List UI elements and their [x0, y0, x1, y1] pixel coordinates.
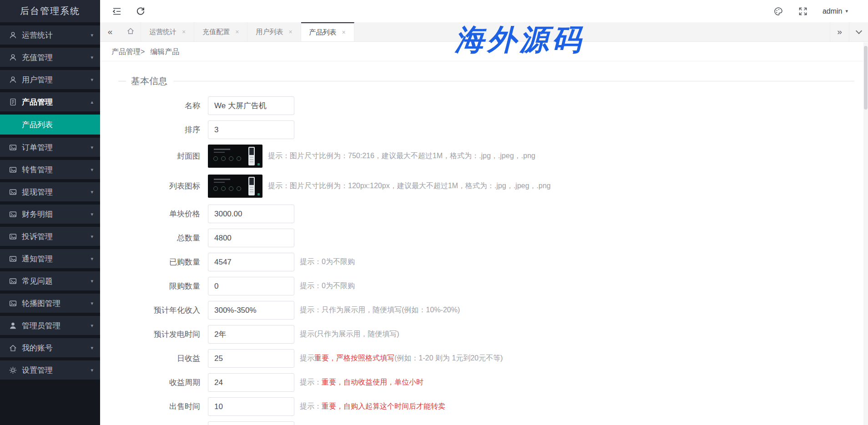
- sidebar-item-label: 提现管理: [22, 187, 91, 197]
- breadcrumb-parent[interactable]: 产品管理>: [111, 48, 145, 55]
- field-control: [208, 145, 262, 168]
- input-total-qty[interactable]: [208, 229, 294, 247]
- tabs-scroll-left-icon[interactable]: «: [100, 22, 120, 41]
- tab-recharge-config[interactable]: 充值配置 ×: [194, 22, 247, 41]
- tab-label: 运营统计: [149, 28, 177, 36]
- field-control: [208, 96, 294, 115]
- sidebar-item-operation-stats[interactable]: 运营统计 ▾: [0, 25, 100, 45]
- sidebar-item-label: 用户管理: [22, 75, 91, 85]
- scrollbar-thumb[interactable]: [864, 46, 868, 110]
- tab-home[interactable]: [120, 22, 141, 41]
- sidebar-item-label: 充值管理: [22, 52, 91, 63]
- field-label: 限购数量: [100, 281, 208, 291]
- chevron-icon: ▾: [91, 345, 93, 351]
- image-icon: [9, 143, 18, 152]
- chevron-icon: ▾: [91, 367, 93, 373]
- section-basic-info: 基本信息: [118, 75, 854, 87]
- close-icon[interactable]: ×: [288, 28, 292, 35]
- tab-product-list[interactable]: 产品列表 ×: [301, 22, 354, 41]
- sidebar-item-complaint-management[interactable]: 投诉管理 ▾: [0, 227, 100, 246]
- sidebar-item-finance-details[interactable]: 财务明细 ▾: [0, 205, 100, 224]
- input-product-name[interactable]: [208, 96, 294, 115]
- field-hint: 提示：只作为展示用，随便填写(例如：10%-20%): [300, 305, 460, 315]
- input-sort[interactable]: [208, 120, 294, 139]
- app-root: 后台管理系统 运营统计 ▾ 充值管理 ▾ 用户管理 ▾ 产品管理 ▴ 产品列表 …: [0, 0, 868, 425]
- sidebar-item-label: 设置管理: [22, 365, 91, 375]
- chevron-icon: ▾: [91, 234, 93, 240]
- sidebar-item-resale-management[interactable]: 转售管理 ▾: [0, 160, 100, 179]
- chevron-icon: ▾: [91, 167, 93, 173]
- sidebar-item-my-account[interactable]: 我的账号 ▾: [0, 338, 100, 357]
- document-icon: [9, 97, 18, 106]
- sidebar-item-label: 通知管理: [22, 254, 91, 264]
- sidebar-item-product-management[interactable]: 产品管理 ▴: [0, 92, 100, 111]
- chevron-icon: ▾: [91, 300, 93, 306]
- fullscreen-icon[interactable]: [798, 6, 808, 16]
- form-row-total-qty: 总数量: [100, 229, 868, 247]
- sidebar-item-label: 常见问题: [22, 276, 91, 286]
- app-title: 后台管理系统: [0, 0, 100, 22]
- breadcrumb: 产品管理>编辑产品: [100, 42, 868, 61]
- sidebar-item-order-management[interactable]: 订单管理 ▾: [0, 138, 100, 157]
- field-label: 单块价格: [100, 209, 208, 219]
- tab-operation-stats[interactable]: 运营统计 ×: [141, 22, 194, 41]
- field-hint: 提示：图片尺寸比例为：120px:120px，建议最大不超过1M，格式为：.jp…: [268, 181, 551, 191]
- field-label: 列表图标: [100, 181, 208, 191]
- image-icon: [9, 187, 18, 196]
- sidebar-item-withdraw-management[interactable]: 提现管理 ▾: [0, 182, 100, 201]
- field-control: [208, 397, 294, 416]
- refresh-icon[interactable]: [136, 6, 146, 16]
- field-hint: 提示重要，严格按照格式填写(例如：1-20 则为 1元到20元不等): [300, 354, 503, 363]
- close-icon[interactable]: ×: [182, 28, 186, 35]
- input-limit-qty[interactable]: [208, 277, 294, 295]
- form-row-purchased-qty: 已购数量 提示：0为不限购: [100, 253, 868, 271]
- product-image-thumbnail[interactable]: [208, 175, 262, 198]
- input-purchase-rebate[interactable]: [208, 421, 294, 425]
- collapse-sidebar-icon[interactable]: [112, 6, 122, 16]
- sidebar-item-notice-management[interactable]: 通知管理 ▾: [0, 249, 100, 268]
- sidebar-item-label: 轮播图管理: [22, 298, 91, 309]
- sidebar-item-faq[interactable]: 常见问题 ▾: [0, 271, 100, 290]
- sidebar-item-settings-management[interactable]: 设置管理 ▾: [0, 360, 100, 380]
- user-solid-icon: [9, 321, 18, 330]
- tab-label: 用户列表: [256, 28, 283, 36]
- tabs-dropdown-icon[interactable]: [849, 22, 868, 41]
- input-annual-return[interactable]: [208, 301, 294, 320]
- breadcrumb-current: 编辑产品: [150, 48, 179, 55]
- close-icon[interactable]: ×: [342, 29, 346, 36]
- input-sell-time[interactable]: [208, 397, 294, 416]
- tab-user-list[interactable]: 用户列表 ×: [247, 22, 301, 41]
- divider: [118, 81, 126, 81]
- input-income-cycle[interactable]: [208, 373, 294, 392]
- input-purchased-qty[interactable]: [208, 253, 294, 271]
- input-power-duration[interactable]: [208, 325, 294, 344]
- sidebar-item-user-management[interactable]: 用户管理 ▾: [0, 70, 100, 89]
- form-row-product-name: 名称: [100, 96, 868, 115]
- image-icon: [9, 232, 18, 241]
- form-row-power-duration: 预计发电时间 提示(只作为展示用，随便填写): [100, 325, 868, 344]
- sidebar-item-recharge-management[interactable]: 充值管理 ▾: [0, 48, 100, 67]
- form-row-unit-price: 单块价格: [100, 205, 868, 223]
- input-daily-income[interactable]: [208, 349, 294, 368]
- input-unit-price[interactable]: [208, 205, 294, 223]
- close-icon[interactable]: ×: [235, 28, 239, 35]
- sidebar-item-admin-management[interactable]: 管理员管理 ▾: [0, 316, 100, 335]
- product-image-thumbnail[interactable]: [208, 145, 262, 168]
- topbar-actions: admin ▾: [773, 6, 848, 16]
- tab-label: 产品列表: [309, 28, 337, 37]
- chevron-icon: ▾: [91, 55, 93, 60]
- sidebar-subitem-label: 产品列表: [22, 120, 53, 130]
- sidebar-item-banner-management[interactable]: 轮播图管理 ▾: [0, 294, 100, 313]
- admin-dropdown[interactable]: admin ▾: [823, 7, 848, 15]
- user-outline-icon: [9, 53, 18, 62]
- field-control: [208, 421, 294, 425]
- tabs-scroll-right-icon[interactable]: »: [830, 22, 849, 41]
- field-hint: 提示：重要，自购入起算这个时间后才能转卖: [300, 402, 445, 411]
- sidebar-item-label: 产品管理: [22, 97, 91, 107]
- sidebar-subitem-product-list[interactable]: 产品列表: [0, 115, 100, 135]
- user-outline-icon: [9, 30, 18, 40]
- field-label: 排序: [100, 125, 208, 135]
- form-row-daily-income: 日收益 提示重要，严格按照格式填写(例如：1-20 则为 1元到20元不等): [100, 349, 868, 368]
- theme-palette-icon[interactable]: [773, 6, 783, 16]
- edit-product-form-panel: 基本信息 名称 排序 封面图 提示：图片尺寸比例为：750:216，建议最大不超…: [100, 61, 868, 425]
